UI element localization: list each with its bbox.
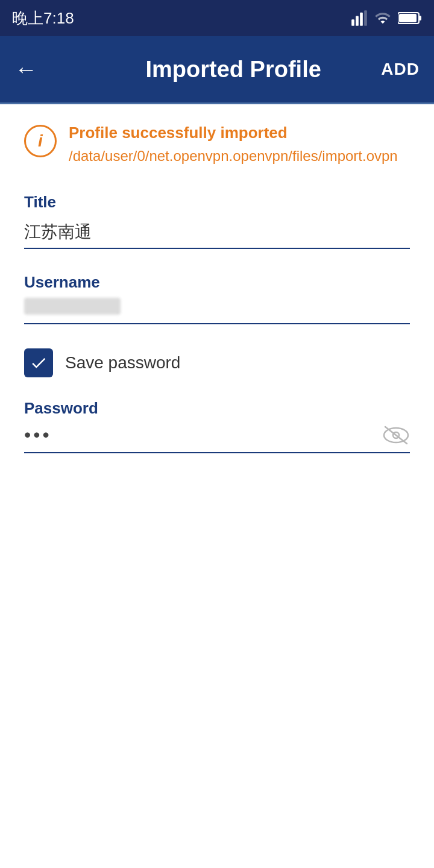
title-input[interactable] — [24, 218, 410, 249]
eye-slash-icon-svg — [382, 426, 410, 445]
svg-rect-5 — [419, 16, 421, 20]
save-password-checkbox[interactable] — [24, 348, 53, 377]
info-text-block: Profile successfully imported /data/user… — [69, 124, 410, 166]
info-icon: i — [38, 133, 43, 149]
password-label: Password — [24, 399, 410, 418]
title-label: Title — [24, 193, 410, 212]
svg-rect-0 — [351, 19, 354, 26]
info-banner: i Profile successfully imported /data/us… — [24, 124, 410, 166]
status-bar: 晚上7:18 — [0, 0, 434, 36]
signal-icon — [351, 10, 368, 27]
info-icon-circle: i — [24, 125, 57, 157]
back-button[interactable]: ← — [14, 58, 37, 81]
svg-rect-1 — [356, 16, 359, 26]
username-field-group: Username — [24, 273, 410, 324]
password-field-wrapper: ••• — [24, 424, 410, 453]
username-blurred — [24, 298, 121, 315]
content-area: i Profile successfully imported /data/us… — [0, 104, 434, 497]
battery-icon — [398, 11, 422, 25]
title-field-group: Title — [24, 193, 410, 249]
eye-icon[interactable] — [382, 426, 410, 447]
username-field-wrapper — [24, 298, 410, 324]
svg-rect-2 — [360, 13, 363, 26]
app-bar: ← Imported Profile ADD — [0, 36, 434, 102]
svg-rect-6 — [399, 14, 417, 22]
wifi-icon — [374, 10, 392, 27]
info-success-text: Profile successfully imported — [69, 124, 410, 142]
save-password-row: Save password — [24, 348, 410, 377]
checkmark-icon — [30, 354, 48, 372]
save-password-label: Save password — [65, 353, 180, 373]
status-icons — [351, 10, 422, 27]
svg-rect-3 — [364, 10, 367, 26]
status-time: 晚上7:18 — [12, 8, 74, 29]
username-label: Username — [24, 273, 410, 292]
password-field-inner: ••• — [24, 424, 410, 453]
page-title: Imported Profile — [49, 57, 417, 83]
password-field-group: Password ••• — [24, 399, 410, 453]
add-button[interactable]: ADD — [381, 60, 420, 79]
info-file-path: /data/user/0/net.openvpn.openvpn/files/i… — [69, 146, 410, 166]
password-dots: ••• — [24, 424, 52, 446]
